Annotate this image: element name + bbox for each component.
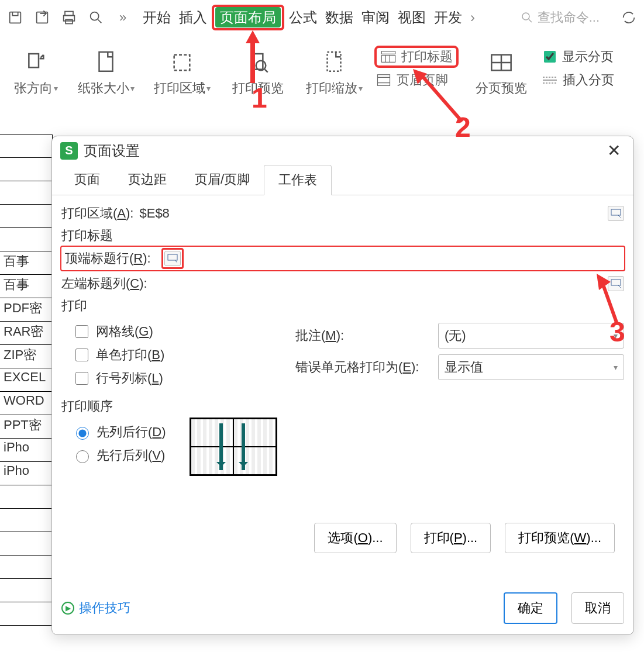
insert-page-break-icon xyxy=(542,74,558,87)
ribbon-orientation[interactable]: 张方向▾ xyxy=(4,40,68,97)
sheet-cell[interactable]: EXCEL xyxy=(0,368,53,392)
sheet-cell[interactable]: ZIP密 xyxy=(0,345,53,368)
svg-rect-0 xyxy=(10,12,21,23)
ok-button[interactable]: 确定 xyxy=(504,592,557,624)
rowcol-headings-checkbox[interactable] xyxy=(75,372,88,385)
save-icon[interactable] xyxy=(6,8,25,27)
ribbon-page-break-preview[interactable]: 分页预览 xyxy=(463,40,539,97)
errors-value: 显示值 xyxy=(445,358,483,376)
menu-data[interactable]: 数据 xyxy=(323,6,356,29)
sheet-cell[interactable] xyxy=(0,134,53,158)
sheet-cell[interactable] xyxy=(0,556,53,579)
tab-sheet[interactable]: 工作表 xyxy=(264,165,332,195)
print-area-label: 打印区域(A): xyxy=(61,205,133,222)
svg-point-6 xyxy=(522,13,529,20)
ribbon-print-preview[interactable]: 打印预览 xyxy=(220,40,296,97)
errors-label: 错误单元格打印为(E): xyxy=(295,358,430,376)
dialog-close-button[interactable]: ✕ xyxy=(602,141,625,160)
sheet-cell[interactable]: 百事 xyxy=(0,251,53,275)
sheet-cell[interactable] xyxy=(0,205,53,228)
comments-value: (无) xyxy=(445,327,466,344)
ribbon-print-preview-label: 打印预览 xyxy=(232,80,284,97)
menu-review[interactable]: 审阅 xyxy=(359,6,392,29)
gridlines-checkbox[interactable] xyxy=(75,325,88,338)
print-icon[interactable] xyxy=(60,8,78,27)
comments-select[interactable]: (无)▾ xyxy=(438,323,624,349)
sheet-cell[interactable] xyxy=(0,509,53,532)
sheet-cell[interactable]: iPho xyxy=(0,439,53,462)
tab-header-footer[interactable]: 页眉/页脚 xyxy=(181,165,264,195)
preview-quick-icon[interactable] xyxy=(87,8,105,27)
svg-rect-15 xyxy=(378,75,390,86)
top-title-row-label: 顶端标题行(R): xyxy=(65,250,151,267)
ribbon-print-titles[interactable]: 打印标题 xyxy=(374,46,459,68)
svg-rect-19 xyxy=(611,280,621,285)
tips-link[interactable]: ▶ 操作技巧 xyxy=(61,599,130,617)
refresh-icon[interactable] xyxy=(619,8,638,27)
print-preview-button[interactable]: 打印预览(W)... xyxy=(505,523,615,553)
sheet-cell[interactable]: WORD xyxy=(0,392,53,415)
menu-insert[interactable]: 插入 xyxy=(177,6,209,29)
sheet-cell[interactable] xyxy=(0,532,53,556)
play-icon: ▶ xyxy=(61,602,74,615)
menu-formula[interactable]: 公式 xyxy=(287,6,319,29)
print-area-value[interactable]: $E$8 xyxy=(139,206,602,222)
menu-view[interactable]: 视图 xyxy=(395,6,428,29)
menu-start[interactable]: 开始 xyxy=(140,6,173,29)
ribbon-print-area[interactable]: 打印区域▾ xyxy=(144,40,220,97)
svg-rect-13 xyxy=(381,51,395,54)
ribbon-insert-page-break[interactable]: 插入分页 xyxy=(542,71,614,89)
menu-more-right[interactable]: › xyxy=(468,7,477,28)
show-page-break-checkbox[interactable] xyxy=(544,51,556,63)
svg-rect-17 xyxy=(611,209,621,215)
ribbon-print-area-label: 打印区域 xyxy=(154,80,205,97)
sheet-cell[interactable]: iPho xyxy=(0,462,53,485)
insert-page-break-label: 插入分页 xyxy=(563,71,614,89)
print-area-range-button[interactable] xyxy=(608,206,624,221)
options-button[interactable]: 选项(O)... xyxy=(314,523,396,553)
menu-page-layout[interactable]: 页面布局 xyxy=(215,7,281,27)
sheet-cell[interactable]: RAR密 xyxy=(0,322,53,345)
save-as-icon[interactable] xyxy=(33,8,51,27)
print-titles-icon xyxy=(380,50,397,64)
app-logo-icon: S xyxy=(60,142,78,160)
left-title-col-range-button[interactable] xyxy=(608,276,624,291)
top-title-row-range-button[interactable] xyxy=(164,251,181,266)
sheet-cell[interactable] xyxy=(0,181,53,205)
sheet-cell[interactable]: PPT密 xyxy=(0,415,53,439)
down-over-radio[interactable] xyxy=(76,427,89,440)
ribbon-show-page-break[interactable]: 显示分页 xyxy=(542,48,614,65)
cancel-button[interactable]: 取消 xyxy=(571,592,624,624)
sheet-cell[interactable] xyxy=(0,158,53,181)
over-down-radio[interactable] xyxy=(76,450,89,463)
dialog-title: 页面设置 xyxy=(84,142,140,160)
tab-page[interactable]: 页面 xyxy=(60,165,114,195)
sheet-cell[interactable]: 百事 xyxy=(0,275,53,298)
print-button[interactable]: 打印(P)... xyxy=(411,523,491,553)
sheet-cell[interactable] xyxy=(0,485,53,509)
down-over-label: 先列后行(D) xyxy=(97,423,166,441)
more-quick-icon[interactable]: » xyxy=(113,8,132,27)
sheet-cell[interactable]: PDF密 xyxy=(0,298,53,322)
ribbon-header-footer[interactable]: 页眉页脚 xyxy=(376,71,457,89)
tab-margins[interactable]: 页边距 xyxy=(114,165,181,195)
sheet-cell[interactable] xyxy=(0,602,53,626)
svg-rect-14 xyxy=(381,56,395,63)
errors-select[interactable]: 显示值▾ xyxy=(438,354,624,380)
menu-develop[interactable]: 开发 xyxy=(432,6,464,29)
page-setup-dialog: S 页面设置 ✕ 页面 页边距 页眉/页脚 工作表 打印区域(A): $E$8 … xyxy=(51,136,634,635)
ribbon-print-titles-label: 打印标题 xyxy=(401,48,453,65)
svg-rect-4 xyxy=(66,20,73,24)
command-search[interactable]: 查找命令... xyxy=(520,9,600,26)
highlight-top-title-row: 顶端标题行(R): xyxy=(60,246,625,271)
print-order-illustration xyxy=(190,418,277,476)
ribbon-print-zoom[interactable]: 打印缩放▾ xyxy=(296,40,372,97)
ribbon-paper-size[interactable]: 纸张大小▾ xyxy=(68,40,144,97)
print-section: 打印 xyxy=(61,297,624,315)
sheet-cell[interactable] xyxy=(0,579,53,602)
sheet-background: 百事 百事 PDF密 RAR密 ZIP密 EXCEL WORD PPT密 iPh… xyxy=(0,134,53,626)
gridlines-label: 网格线(G) xyxy=(96,323,153,340)
sheet-cell[interactable] xyxy=(0,228,53,251)
print-title-section: 打印标题 xyxy=(61,227,624,244)
monochrome-checkbox[interactable] xyxy=(75,349,88,361)
